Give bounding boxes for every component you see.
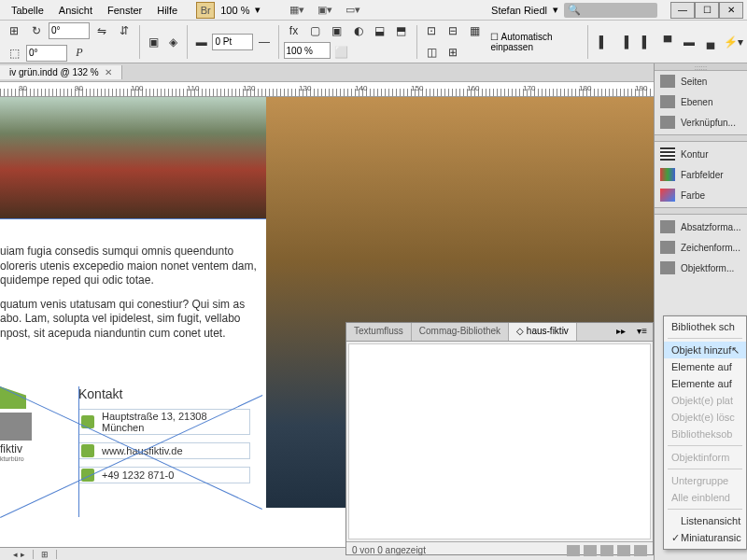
rotation-field[interactable] (49, 22, 90, 39)
select-content-icon[interactable]: ◈ (164, 32, 182, 52)
menu-alle-einblenden: Alle einblend (664, 489, 746, 506)
panel-farbfelder[interactable]: Farbfelder (655, 164, 747, 185)
align-top-icon[interactable]: ▀ (657, 32, 678, 52)
flip-v-icon[interactable]: ⇵ (114, 21, 134, 41)
fit-content-icon[interactable]: ⊡ (421, 21, 442, 41)
status-segment[interactable]: ⊞ (34, 550, 57, 559)
tab-haus-fiktiv[interactable]: ◇ haus-fiktiv (509, 323, 577, 341)
menu-bibliothek-schliessen[interactable]: Bibliothek sch (664, 318, 746, 335)
zoom-level[interactable]: 100 % (215, 5, 255, 16)
tab-textumfluss[interactable]: Textumfluss (346, 323, 412, 341)
tab-close-icon[interactable]: ✕ (105, 67, 112, 77)
bridge-icon[interactable]: Br (196, 2, 215, 19)
corner-icon[interactable]: ⬜ (331, 42, 352, 63)
library-panel[interactable]: Textumfluss Commag-Bibliothek ◇ haus-fik… (345, 322, 654, 555)
panel-ebenen[interactable]: Ebenen (655, 91, 747, 112)
fill-frame-icon[interactable]: ▦ (464, 21, 485, 41)
panel-verknuepfungen[interactable]: Verknüpfun... (655, 112, 747, 133)
contact-web-frame[interactable]: www.hausfiktiv.de (78, 442, 250, 459)
links-icon (660, 116, 675, 129)
fit-frame-icon[interactable]: ⊟ (443, 21, 463, 41)
panel-zeichenformate[interactable]: Zeichenform... (655, 237, 747, 258)
rotate-icon[interactable]: ↻ (26, 21, 47, 41)
menu-listenansicht[interactable]: Listenansicht (664, 512, 746, 529)
horizontal-ruler[interactable]: 80 90 100 110 120 130 140 150 160 170 18… (0, 82, 747, 97)
library-delete-icon[interactable] (634, 545, 647, 556)
menu-bar: Tabelle Ansicht Fenster Hilfe Br 100 % ▾… (0, 0, 747, 21)
library-add-icon[interactable] (617, 545, 630, 556)
wrap-bbox-icon[interactable]: ▣ (327, 21, 347, 41)
stroke-style-icon[interactable]: — (255, 32, 273, 52)
maximize-button[interactable]: ☐ (695, 2, 719, 19)
reference-point-icon[interactable]: ⊞ (4, 21, 24, 41)
user-name: Stefan Riedl (491, 5, 547, 16)
shear-field[interactable] (26, 45, 67, 62)
minimize-button[interactable]: — (670, 2, 695, 19)
flip-h-icon[interactable]: ⇋ (92, 21, 112, 41)
shear-icon[interactable]: ⬚ (4, 43, 24, 63)
transform-p-icon[interactable]: P (69, 43, 90, 63)
align-mid-icon[interactable]: ▬ (679, 32, 699, 52)
layers-icon (660, 95, 675, 108)
screen-mode-icon[interactable]: ▣▾ (317, 2, 333, 19)
menu-ansicht[interactable]: Ansicht (51, 3, 100, 18)
panel-absatzformate[interactable]: Absatzforma... (655, 217, 747, 237)
menu-tabelle[interactable]: Tabelle (4, 3, 51, 18)
library-content[interactable] (348, 343, 651, 539)
close-button[interactable]: ✕ (719, 2, 743, 19)
center-icon[interactable]: ⊞ (443, 42, 463, 63)
wrap-next-icon[interactable]: ⬒ (391, 21, 412, 41)
wrap-jump-icon[interactable]: ⬓ (370, 21, 390, 41)
library-new-icon[interactable] (600, 545, 613, 556)
document-tabs: iv grün.indd @ 132 % ✕ (0, 63, 747, 82)
character-styles-icon (660, 241, 675, 254)
panel-objektformate[interactable]: Objektform... (655, 258, 747, 278)
align-bot-icon[interactable]: ▄ (700, 32, 721, 52)
placed-image-rooftop[interactable] (0, 97, 266, 218)
auto-fit-checkbox[interactable]: ☐ Automatisch einpassen (490, 32, 583, 52)
user-dropdown-icon[interactable]: ▾ (553, 4, 558, 16)
document-tab[interactable]: iv grün.indd @ 132 % ✕ (0, 65, 122, 79)
color-icon (660, 189, 675, 202)
menu-miniaturansicht[interactable]: ✓Miniaturansic (664, 529, 746, 547)
stroke-panel-icon (660, 147, 675, 161)
arrange-icon[interactable]: ▭▾ (345, 2, 361, 19)
tab-commag-bibliothek[interactable]: Commag-Bibliothek (412, 323, 509, 341)
search-input[interactable]: 🔍 (564, 3, 657, 18)
align-center-icon[interactable]: ▐ (614, 32, 635, 52)
menu-elemente-auf-1[interactable]: Elemente auf (664, 358, 746, 375)
page-nav[interactable]: ◂ ▸ (6, 550, 34, 559)
search-icon: 🔍 (568, 4, 581, 16)
menu-elemente-auf-2[interactable]: Elemente auf (664, 375, 746, 392)
panel-collapse-icon[interactable]: ▸▸ (611, 323, 631, 341)
wrap-shape-icon[interactable]: ◐ (348, 21, 369, 41)
menu-objektinformationen: Objektinform (664, 449, 746, 466)
body-text-frame[interactable]: uiam fugia consedis sumqui omnis queendu… (0, 245, 261, 351)
wrap-none-icon[interactable]: ▢ (305, 21, 326, 41)
control-toolbar: ⊞ ↻ ⇋ ⇵ ⬚ P ▣ ◈ ▬ — fx ▢ ▣ ◐ ⬓ ⬒ ⬜ (0, 21, 747, 63)
library-info-icon[interactable] (567, 545, 580, 556)
fit-prop-icon[interactable]: ◫ (421, 42, 442, 63)
align-right-icon[interactable]: ▌ (636, 32, 656, 52)
align-left-icon[interactable]: ▌ (593, 32, 613, 52)
chat-icon (81, 444, 94, 457)
paragraph-styles-icon (660, 220, 675, 233)
menu-hilfe[interactable]: Hilfe (149, 3, 185, 18)
flyout-icon[interactable]: ⚡▾ (723, 32, 743, 52)
opacity-field[interactable] (284, 42, 331, 59)
logo-frame[interactable]: fiktiv kturbüro (0, 386, 47, 452)
view-options-icon[interactable]: ▦▾ (289, 2, 305, 19)
zoom-dropdown-icon[interactable]: ▾ (255, 4, 261, 16)
panel-menu-icon[interactable]: ▾≡ (631, 323, 653, 341)
menu-fenster[interactable]: Fenster (100, 3, 149, 18)
panel-seiten[interactable]: Seiten (655, 71, 747, 91)
select-container-icon[interactable]: ▣ (145, 32, 162, 52)
panel-kontur[interactable]: Kontur (655, 144, 747, 164)
stroke-weight[interactable] (212, 34, 253, 50)
panel-farbe[interactable]: Farbe (655, 185, 747, 205)
library-find-icon[interactable] (584, 545, 597, 556)
effects-icon[interactable]: fx (284, 21, 304, 41)
menu-objekt-hinzufuegen[interactable]: Objekt hinzuf↖ (664, 342, 746, 358)
stroke-icon[interactable]: ▬ (192, 32, 210, 52)
dock-handle-icon[interactable]: :::::: (655, 63, 747, 71)
